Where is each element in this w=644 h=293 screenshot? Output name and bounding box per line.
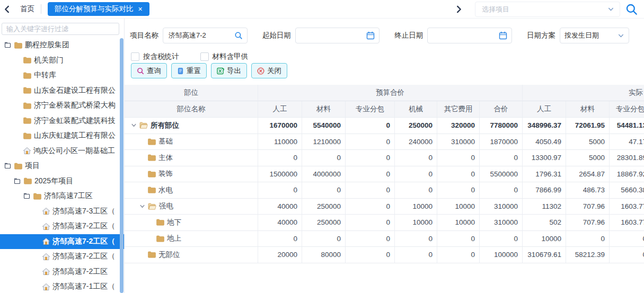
- chevron-down-icon[interactable]: [607, 6, 614, 13]
- table-row[interactable]: 无部位2000080000000100000310679.6158212.390: [125, 247, 644, 263]
- chevron-down-icon[interactable]: [139, 203, 145, 209]
- value-cell: 7866.99: [523, 182, 566, 199]
- group-header-part: 部位: [125, 85, 258, 101]
- sidebar-item[interactable]: 山东庆虹建筑工程有限公: [0, 128, 124, 144]
- part-name-cell: 装饰: [125, 166, 258, 183]
- tab-active[interactable]: 部位分解预算与实际对比 ×: [48, 2, 149, 16]
- sidebar-item[interactable]: 2025年项目: [0, 174, 124, 189]
- table-row[interactable]: 水电0000007866.99486.735660.38: [125, 182, 644, 199]
- sidebar-item[interactable]: 项目: [0, 158, 124, 174]
- value-cell: 310000: [480, 199, 523, 215]
- value-cell: 5500000: [480, 166, 523, 183]
- filter-form: 项目名称 起始日期 终止日期 日期方案 按发生日期: [130, 28, 644, 43]
- sidebar-item[interactable]: 鹏程控股集团: [0, 38, 124, 53]
- project-name-input[interactable]: [167, 31, 232, 40]
- table-column-header-row: 部位名称人工材料专业分包机械其它费用合价人工材料专业分包: [125, 101, 644, 118]
- value-cell: 0: [395, 182, 437, 199]
- table-row[interactable]: 地上0000001000000: [125, 231, 644, 247]
- query-button[interactable]: 查询: [131, 63, 167, 78]
- value-cell: 11302: [523, 199, 566, 215]
- sidebar-item[interactable]: 鸿庆公司小区一期基础工: [0, 144, 124, 159]
- material-checkbox[interactable]: [200, 52, 209, 61]
- calendar-icon[interactable]: [499, 31, 507, 40]
- chevron-down-icon[interactable]: [617, 32, 624, 39]
- tab-separator: [41, 4, 41, 14]
- sidebar-item[interactable]: 济邹高速7-2工区: [0, 264, 124, 280]
- forward-chevron-icon[interactable]: [452, 5, 465, 13]
- folder-icon: [148, 138, 156, 145]
- tax-checkbox-label: 按含税统计: [143, 52, 179, 61]
- tree-expander-icon[interactable]: [4, 42, 11, 48]
- value-cell: 320000: [437, 118, 480, 134]
- part-name-cell: 强电: [125, 199, 258, 215]
- chevron-down-icon[interactable]: [131, 122, 137, 128]
- value-cell: 10000: [437, 215, 480, 231]
- table-row[interactable]: 所有部位167000055400000250000320000778000034…: [125, 118, 644, 134]
- close-button[interactable]: 关闭: [251, 63, 287, 78]
- start-date-input[interactable]: [300, 31, 365, 40]
- table-row[interactable]: 主体00000013300.97500028301.89: [125, 150, 644, 166]
- tab-close-icon[interactable]: ×: [138, 5, 143, 13]
- value-cell: 1603.77: [610, 215, 644, 231]
- sidebar-scrollbar[interactable]: [120, 38, 123, 293]
- value-cell: 707.96: [566, 215, 610, 231]
- date-scheme-select[interactable]: 按发生日期: [560, 28, 629, 43]
- sidebar-item[interactable]: 中转库: [0, 68, 124, 83]
- reset-button[interactable]: 重置: [171, 63, 207, 78]
- sidebar-item-label: 2025年项目: [34, 176, 73, 186]
- sidebar-item-label: 中转库: [34, 70, 56, 80]
- tree-expander-icon[interactable]: [14, 178, 21, 184]
- sidebar-item[interactable]: 济邹高速7-1工区（: [0, 279, 124, 293]
- tax-checkbox[interactable]: [131, 52, 139, 61]
- value-cell: 707.96: [566, 199, 610, 215]
- tree-expander-icon[interactable]: [23, 193, 30, 199]
- part-name-cell: 所有部位: [125, 118, 258, 134]
- value-cell: 1796.31: [523, 166, 566, 183]
- sidebar-item-label: 机关部门: [34, 56, 64, 65]
- value-cell: 0: [395, 231, 437, 247]
- home-icon: [42, 283, 50, 290]
- tab-home[interactable]: 首页: [20, 4, 34, 14]
- value-cell: 1210000: [302, 134, 346, 150]
- sidebar-item[interactable]: 机关部门: [0, 53, 124, 68]
- folder-icon: [148, 171, 156, 177]
- tree-expander-icon[interactable]: [4, 163, 11, 169]
- tree-filter-input[interactable]: [2, 23, 119, 35]
- value-cell: 1500000: [258, 166, 302, 183]
- reset-icon: [177, 67, 184, 75]
- export-button[interactable]: 导出: [211, 63, 247, 78]
- column-header: 专业分包: [346, 101, 395, 118]
- search-icon[interactable]: [234, 31, 243, 40]
- table-row[interactable]: 强电400002500000100001000031000011302707.9…: [125, 199, 644, 215]
- table-row[interactable]: 装饰1500000400000000055000001796.312654.87…: [125, 166, 644, 183]
- end-date-input[interactable]: [432, 31, 497, 40]
- table-row[interactable]: 基础1100001210000024000031000018700004050.…: [125, 134, 644, 150]
- sidebar-item[interactable]: 山东金石建设工程有限公: [0, 83, 124, 99]
- end-date-field[interactable]: [427, 28, 512, 43]
- value-cell: 2654.87: [566, 166, 610, 183]
- project-select[interactable]: [475, 2, 620, 17]
- global-search-icon[interactable]: [625, 3, 638, 15]
- sidebar-item[interactable]: 济邹高速7工区: [0, 189, 124, 204]
- sidebar-item[interactable]: 济邹高速7-3工区（: [0, 204, 124, 219]
- sidebar-item[interactable]: 济邹高速7-2工区（: [0, 234, 124, 250]
- sidebar-item[interactable]: 济邹高速7-2工区（: [0, 219, 124, 234]
- sidebar-item-label: 济邹高速7-2工区（: [52, 237, 115, 246]
- sidebar-item[interactable]: 济宁金虹装配式建筑科技: [0, 113, 124, 129]
- project-select-input[interactable]: [481, 5, 607, 14]
- calendar-icon[interactable]: [366, 31, 375, 40]
- value-cell: 0: [437, 182, 480, 199]
- sidebar-item[interactable]: 济邹高速7-2工区（: [0, 249, 124, 264]
- value-cell: 0: [302, 231, 346, 247]
- back-chevron-icon[interactable]: [0, 5, 14, 13]
- table-row[interactable]: 地下4000025000001000010000310000502707.961…: [125, 215, 644, 231]
- start-date-field[interactable]: [295, 28, 380, 43]
- sidebar: 鹏程控股集团机关部门中转库山东金石建设工程有限公济宁金桥装配式桥梁大构济宁金虹装…: [0, 19, 125, 293]
- sidebar-item[interactable]: 济宁金桥装配式桥梁大构: [0, 98, 124, 113]
- part-name-label: 地下: [167, 218, 181, 227]
- sidebar-tree: 鹏程控股集团机关部门中转库山东金石建设工程有限公济宁金桥装配式桥梁大构济宁金虹装…: [0, 38, 124, 293]
- sidebar-item-label: 济邹高速7-3工区（: [52, 207, 115, 216]
- column-header: 其它费用: [437, 101, 480, 118]
- project-name-field[interactable]: [163, 28, 248, 43]
- value-cell: 310000: [437, 134, 480, 150]
